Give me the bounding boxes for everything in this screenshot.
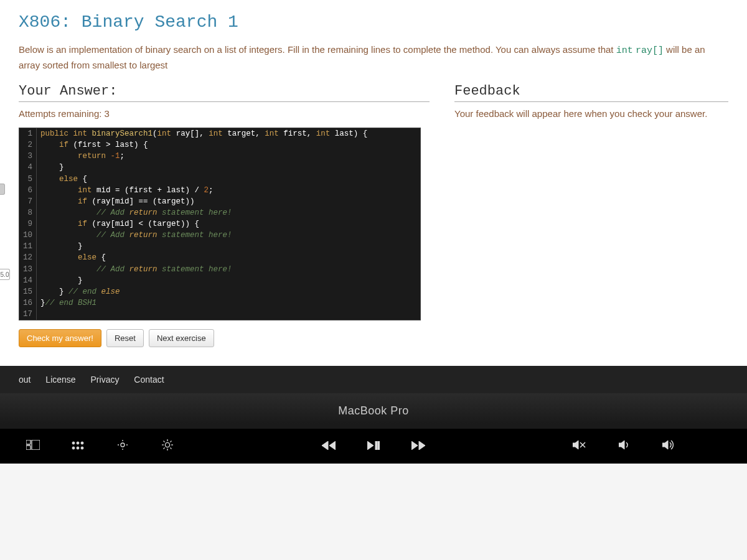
code-text[interactable]: public int binarySearch1(int ray[], int … xyxy=(37,128,367,139)
svg-line-20 xyxy=(170,447,171,449)
code-line[interactable]: 14 } xyxy=(19,275,420,286)
launchpad-icon[interactable] xyxy=(70,440,86,453)
code-text[interactable]: if (first > last) { xyxy=(37,139,148,151)
line-number: 8 xyxy=(19,207,37,218)
line-number: 10 xyxy=(19,230,37,241)
code-text[interactable] xyxy=(37,309,40,320)
footer-contact-link[interactable]: Contact xyxy=(134,375,164,385)
code-line[interactable]: 5 else { xyxy=(19,174,420,185)
line-number: 11 xyxy=(19,241,37,252)
attempts-remaining: Attempts remaining: 3 xyxy=(19,108,430,119)
svg-marker-34 xyxy=(662,441,668,449)
code-text[interactable]: } xyxy=(37,241,83,252)
feedback-message: Your feedback will appear here when you … xyxy=(454,108,728,119)
svg-point-14 xyxy=(165,442,169,447)
code-line[interactable]: 6 int mid = (first + last) / 2; xyxy=(19,185,420,196)
rewind-icon[interactable] xyxy=(321,440,337,453)
svg-marker-24 xyxy=(329,441,336,450)
prompt-code-ray: ray[] xyxy=(636,45,664,56)
code-text[interactable]: }// end BSH1 xyxy=(37,297,96,309)
line-number: 5 xyxy=(19,174,37,185)
svg-marker-25 xyxy=(367,441,374,450)
svg-rect-27 xyxy=(378,441,380,450)
code-line[interactable]: 3 return -1; xyxy=(19,151,420,162)
svg-line-19 xyxy=(164,441,165,442)
next-exercise-button[interactable]: Next exercise xyxy=(149,329,214,347)
code-editor[interactable]: 1public int binarySearch1(int ray[], int… xyxy=(19,128,421,320)
code-text[interactable]: } xyxy=(37,275,83,286)
mute-icon[interactable] xyxy=(571,440,588,453)
svg-point-4 xyxy=(77,442,79,444)
app-switcher-icon[interactable] xyxy=(25,440,41,453)
code-text[interactable]: } // end else xyxy=(37,286,120,297)
code-text[interactable]: if (ray[mid] < (target)) { xyxy=(37,218,199,230)
laptop-bezel-label: MacBook Pro xyxy=(0,393,747,424)
code-line[interactable]: 15 } // end else xyxy=(19,286,420,297)
volume-down-icon[interactable] xyxy=(616,440,632,453)
svg-rect-26 xyxy=(375,441,377,450)
code-text[interactable]: else { xyxy=(37,174,87,185)
code-line[interactable]: 8 // Add return statement here! xyxy=(19,207,420,218)
line-number: 16 xyxy=(19,297,37,309)
code-line[interactable]: 13 // Add return statement here! xyxy=(19,264,420,275)
code-line[interactable]: 4 } xyxy=(19,162,420,173)
code-line[interactable]: 11 } xyxy=(19,241,420,252)
code-text[interactable]: } xyxy=(37,162,64,173)
svg-point-8 xyxy=(81,447,83,449)
code-line[interactable]: 16}// end BSH1 xyxy=(19,297,420,309)
code-text[interactable]: int mid = (first + last) / 2; xyxy=(37,185,214,196)
prompt-code-int: int xyxy=(616,45,633,56)
answer-heading: Your Answer: xyxy=(19,83,430,102)
svg-marker-23 xyxy=(322,441,328,450)
svg-marker-28 xyxy=(411,441,418,450)
page-footer: out License Privacy Contact xyxy=(0,366,747,393)
brightness-down-icon[interactable] xyxy=(115,439,131,454)
reset-button[interactable]: Reset xyxy=(106,329,144,347)
line-number: 9 xyxy=(19,218,37,230)
sidebar-nub[interactable] xyxy=(0,184,5,195)
line-number: 7 xyxy=(19,196,37,207)
svg-line-21 xyxy=(164,447,165,449)
code-text[interactable]: // Add return statement here! xyxy=(37,230,232,241)
code-text[interactable]: // Add return statement here! xyxy=(37,207,232,218)
code-line[interactable]: 9 if (ray[mid] < (target)) { xyxy=(19,218,420,230)
line-number: 6 xyxy=(19,185,37,196)
svg-point-3 xyxy=(72,442,75,444)
check-answer-button[interactable]: Check my answer! xyxy=(19,329,101,347)
svg-rect-0 xyxy=(26,440,31,444)
svg-point-7 xyxy=(77,447,79,449)
line-number: 17 xyxy=(19,309,37,320)
line-number: 14 xyxy=(19,275,37,286)
exercise-title: X806: Binary Search 1 xyxy=(19,12,728,32)
touch-bar xyxy=(0,424,747,464)
version-badge: 5.0 xyxy=(0,269,10,280)
line-number: 3 xyxy=(19,151,37,162)
code-text[interactable]: // Add return statement here! xyxy=(37,264,232,275)
svg-marker-29 xyxy=(419,441,425,450)
prompt-text-1: Below is an implementation of binary sea… xyxy=(19,44,616,55)
svg-line-22 xyxy=(170,441,171,442)
footer-privacy-link[interactable]: Privacy xyxy=(91,375,120,385)
line-number: 13 xyxy=(19,264,37,275)
svg-marker-30 xyxy=(573,441,578,449)
code-line[interactable]: 10 // Add return statement here! xyxy=(19,230,420,241)
footer-license-link[interactable]: License xyxy=(45,375,75,385)
code-line[interactable]: 12 else { xyxy=(19,252,420,263)
code-line[interactable]: 2 if (first > last) { xyxy=(19,139,420,151)
volume-up-icon[interactable] xyxy=(661,440,677,453)
footer-about-link[interactable]: out xyxy=(19,375,31,385)
code-line[interactable]: 1public int binarySearch1(int ray[], int… xyxy=(19,128,420,139)
play-pause-icon[interactable] xyxy=(365,440,382,453)
code-text[interactable]: if (ray[mid] == (target)) xyxy=(37,196,195,207)
line-number: 4 xyxy=(19,162,37,173)
code-line[interactable]: 7 if (ray[mid] == (target)) xyxy=(19,196,420,207)
code-line[interactable]: 17 xyxy=(19,309,420,320)
svg-marker-33 xyxy=(619,441,624,449)
svg-point-9 xyxy=(121,443,125,447)
brightness-up-icon[interactable] xyxy=(159,439,176,454)
code-text[interactable]: return -1; xyxy=(37,151,125,162)
svg-point-6 xyxy=(72,447,75,449)
fast-forward-icon[interactable] xyxy=(410,440,426,453)
code-text[interactable]: else { xyxy=(37,252,106,263)
line-number: 15 xyxy=(19,286,37,297)
